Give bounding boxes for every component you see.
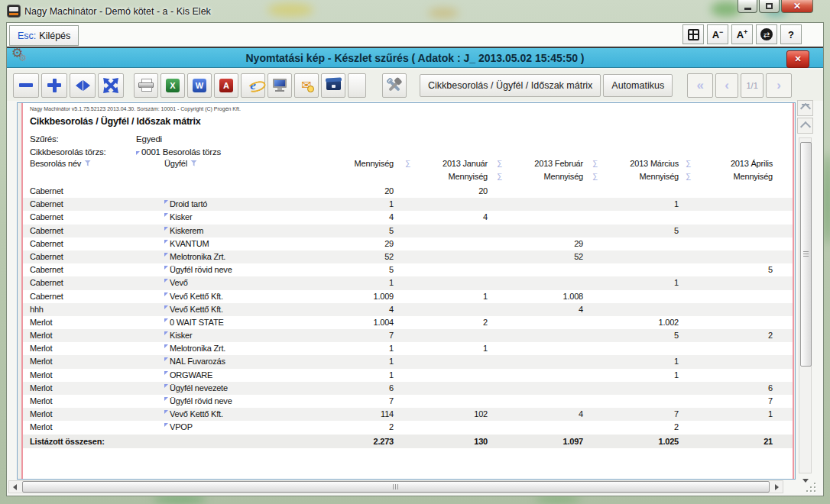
font-increase-icon: A+ (737, 28, 748, 40)
total-m1: 130 (420, 435, 489, 448)
app-icon (8, 5, 20, 17)
archive-button[interactable] (321, 73, 345, 98)
help-icon: ? (788, 29, 794, 40)
header-name[interactable]: Besorolás név (23, 159, 161, 168)
cell-customer: ORGWARE (161, 369, 331, 382)
display-button[interactable] (267, 73, 292, 98)
filter-value: Egyedi (136, 134, 162, 144)
preview-title: Nyomtatási kép - Készlet szűrés ( Adatok… (245, 52, 584, 64)
cell-m2: 29 (510, 237, 585, 250)
fit-page-button[interactable] (98, 73, 124, 98)
export-excel-button[interactable]: X (160, 73, 185, 98)
filter-icon[interactable] (84, 160, 91, 166)
cell-m1: 20 (420, 185, 489, 198)
table-row: Merlot Ügyfél nevezete 6 6 (23, 382, 793, 395)
close-button[interactable]: ✕ (781, 0, 813, 13)
table-row: Cabernet Vevő Kettő Kft. 1.009 1 1.008 (23, 290, 793, 303)
horizontal-scrollbar[interactable] (8, 480, 783, 493)
vertical-scrollbar[interactable] (799, 137, 812, 473)
cell-m2: 4 (510, 303, 585, 316)
cell-customer-text: Droid tartó (170, 198, 207, 211)
cell-qty: 52 (331, 250, 395, 263)
cell-customer: Kisker (161, 329, 331, 342)
horizontal-scrollbar-thumb[interactable] (22, 481, 770, 493)
help-button[interactable]: ? (780, 24, 802, 44)
cell-qty: 1 (331, 276, 395, 289)
cell-customer-text: Vevő Kettő Kft. (170, 303, 223, 316)
font-increase-button[interactable]: A+ (731, 24, 753, 44)
corner-marker (164, 357, 168, 361)
table-row: Cabernet Melotronika Zrt. 52 52 (23, 250, 793, 263)
sync-button[interactable]: ⇄ (756, 24, 777, 44)
cell-customer-text: VPOP (170, 421, 193, 434)
sigma-icon[interactable]: ∑ (585, 159, 605, 167)
restore-button[interactable] (759, 0, 780, 13)
corner-marker (164, 318, 168, 322)
corner-marker (164, 384, 168, 388)
exit-button[interactable]: Esc: Kilépés (9, 25, 79, 46)
header-qty: Mennyiség (331, 159, 395, 168)
sigma-icon[interactable]: ∑ (489, 159, 510, 167)
cell-customer: Melotronika Zrt. (161, 342, 331, 355)
table-row: Merlot Ügyfél rövid neve 7 7 (23, 395, 793, 408)
chevron-left-icon (13, 484, 17, 490)
prev-page-button[interactable]: ‹ (715, 73, 738, 98)
filter-label: Szűrés: (30, 134, 59, 144)
table-row: Cabernet 20 20 (23, 185, 793, 198)
next-page-button[interactable]: › (766, 73, 792, 98)
table-row: Cabernet Kisker 4 4 (23, 211, 793, 224)
header-customer[interactable]: Ügyfél (161, 159, 331, 168)
cell-name: Merlot (23, 421, 161, 434)
corner-marker (164, 266, 168, 270)
fit-width-icon (76, 80, 90, 91)
sigma-icon[interactable]: ∑ (585, 172, 605, 180)
scroll-left-button[interactable] (9, 481, 21, 493)
table-row: Merlot Kisker 7 5 2 (23, 329, 793, 342)
export-html-button[interactable]: e (241, 73, 265, 98)
minimize-button[interactable] (738, 0, 757, 13)
export-word-button[interactable]: W (187, 73, 212, 98)
table-row: Merlot 0 WAIT STATE 1.004 2 1.002 (23, 316, 793, 329)
layout-grid-button[interactable] (682, 24, 704, 44)
window-titlebar[interactable]: Nagy Machinátor - Demó kötet - a - Kis E… (0, 0, 830, 22)
preview-close-button[interactable]: ✕ (786, 50, 809, 68)
desktop-blur (824, 153, 830, 244)
fit-page-icon (103, 78, 118, 93)
vertical-scrollbar-thumb[interactable] (800, 142, 812, 367)
scroll-up-button[interactable] (797, 118, 813, 134)
settings-button[interactable] (382, 73, 407, 98)
table-row: Merlot ORGWARE 1 1 (23, 369, 793, 382)
cell-customer: Ügyfél rövid neve (161, 263, 331, 276)
scroll-right-button[interactable] (771, 481, 783, 493)
corner-marker (164, 213, 168, 217)
sigma-icon[interactable]: ∑ (395, 159, 420, 167)
table-row: Cabernet KVANTUM 29 29 (23, 237, 793, 250)
cell-m4: 2 (696, 329, 774, 342)
corner-marker (164, 305, 168, 309)
zoom-out-icon (19, 83, 33, 87)
cell-name: hhh (23, 303, 161, 316)
sigma-icon[interactable]: ∑ (680, 172, 696, 180)
scroll-top-button[interactable] (797, 100, 813, 116)
minimize-icon (744, 8, 751, 10)
fit-width-button[interactable] (70, 73, 96, 98)
send-email-button[interactable]: ✉ (294, 73, 319, 98)
print-button[interactable] (134, 73, 158, 98)
cell-customer-text: Kiskerem (170, 225, 203, 237)
total-m4: 21 (696, 435, 774, 448)
font-decrease-button[interactable]: A− (707, 24, 728, 44)
cell-customer-text: Melotronika Zrt. (170, 250, 225, 263)
zoom-in-button[interactable] (41, 73, 67, 98)
restore-icon (766, 3, 773, 9)
report-name-button[interactable]: Cikkbesorolás / Ügyfél / Időszak mátrix (420, 74, 601, 97)
cell-customer-text: KVANTUM (170, 237, 209, 250)
table-body: Cabernet 20 20 Cabernet Droid tartó 1 1 … (23, 185, 793, 448)
export-pdf-button[interactable]: A (214, 73, 238, 98)
auto-button[interactable]: Automatikus (603, 74, 673, 97)
first-page-button[interactable]: « (687, 73, 713, 98)
resize-grip[interactable] (806, 482, 817, 493)
zoom-out-button[interactable] (13, 73, 39, 98)
sigma-icon[interactable]: ∑ (680, 159, 696, 167)
filter-icon[interactable] (190, 160, 197, 166)
sigma-icon[interactable]: ∑ (489, 172, 510, 180)
